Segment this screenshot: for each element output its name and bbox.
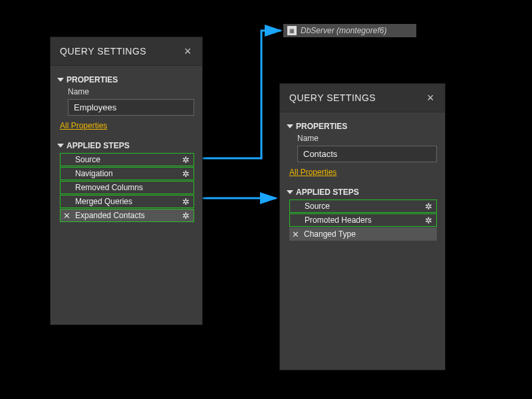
gear-icon[interactable]: ✲ xyxy=(182,155,190,165)
step-name: Changed Type xyxy=(304,229,356,239)
section-steps-label: APPLIED STEPS xyxy=(66,141,130,150)
panel-title: QUERY SETTINGS xyxy=(60,46,146,57)
gear-icon[interactable]: ✲ xyxy=(182,169,190,179)
section-steps-label: APPLIED STEPS xyxy=(296,188,359,197)
gear-icon[interactable]: ✲ xyxy=(182,211,190,221)
applied-step[interactable]: Source✲ xyxy=(289,200,437,213)
panel-body: PROPERTIES Name All Properties APPLIED S… xyxy=(280,112,445,370)
applied-step[interactable]: Merged Queries✲ xyxy=(60,195,194,208)
section-applied-steps[interactable]: APPLIED STEPS xyxy=(288,188,437,197)
section-properties[interactable]: PROPERTIES xyxy=(288,122,437,131)
caret-down-icon xyxy=(287,190,293,194)
dbserver-node[interactable]: ▦ DbServer (montegoref6) xyxy=(283,24,416,37)
step-name: Source xyxy=(305,201,330,211)
panel-header: QUERY SETTINGS × xyxy=(51,37,202,65)
panel-body: PROPERTIES Name All Properties APPLIED S… xyxy=(51,65,202,325)
step-name: Navigation xyxy=(75,169,113,178)
section-properties-label: PROPERTIES xyxy=(66,75,118,84)
applied-step[interactable]: ✕Expanded Contacts✲ xyxy=(60,209,194,222)
section-applied-steps[interactable]: APPLIED STEPS xyxy=(59,141,194,150)
gear-icon[interactable]: ✲ xyxy=(425,201,432,211)
gear-icon[interactable]: ✲ xyxy=(425,215,432,225)
applied-step[interactable]: Promoted Headers✲ xyxy=(289,213,437,227)
gear-icon[interactable]: ✲ xyxy=(182,197,190,207)
panel-header: QUERY SETTINGS × xyxy=(280,84,445,112)
applied-step[interactable]: Navigation✲ xyxy=(60,167,194,180)
delete-step-icon[interactable]: ✕ xyxy=(292,229,299,239)
applied-step[interactable]: ✕Changed Type xyxy=(289,227,437,241)
close-icon[interactable]: × xyxy=(182,44,194,59)
section-properties-label: PROPERTIES xyxy=(296,122,347,131)
step-name: Source xyxy=(75,155,100,164)
all-properties-link[interactable]: All Properties xyxy=(60,121,107,130)
query-settings-panel-employees: QUERY SETTINGS × PROPERTIES Name All Pro… xyxy=(50,37,203,325)
name-label: Name xyxy=(68,87,194,96)
applied-step[interactable]: Source✲ xyxy=(60,153,194,166)
name-label: Name xyxy=(297,134,437,143)
applied-steps-list: Source✲Navigation✲Removed ColumnsMerged … xyxy=(60,153,194,222)
step-name: Promoted Headers xyxy=(305,215,372,225)
applied-steps-list: Source✲Promoted Headers✲✕Changed Type xyxy=(289,200,437,241)
query-settings-panel-contacts: QUERY SETTINGS × PROPERTIES Name All Pro… xyxy=(279,83,446,370)
caret-down-icon xyxy=(57,78,64,82)
name-input[interactable] xyxy=(68,99,194,116)
all-properties-link[interactable]: All Properties xyxy=(289,168,336,177)
panel-title: QUERY SETTINGS xyxy=(289,92,376,103)
dbserver-label: DbServer (montegoref6) xyxy=(301,26,386,35)
step-name: Expanded Contacts xyxy=(75,211,145,220)
applied-step[interactable]: Removed Columns xyxy=(60,181,194,194)
section-properties[interactable]: PROPERTIES xyxy=(59,75,194,84)
name-input[interactable] xyxy=(297,146,437,162)
close-icon[interactable]: × xyxy=(424,90,437,105)
caret-down-icon xyxy=(287,124,293,128)
step-name: Removed Columns xyxy=(75,183,143,192)
step-name: Merged Queries xyxy=(75,197,132,206)
caret-down-icon xyxy=(57,144,64,148)
database-icon: ▦ xyxy=(287,26,297,35)
delete-step-icon[interactable]: ✕ xyxy=(63,211,70,221)
